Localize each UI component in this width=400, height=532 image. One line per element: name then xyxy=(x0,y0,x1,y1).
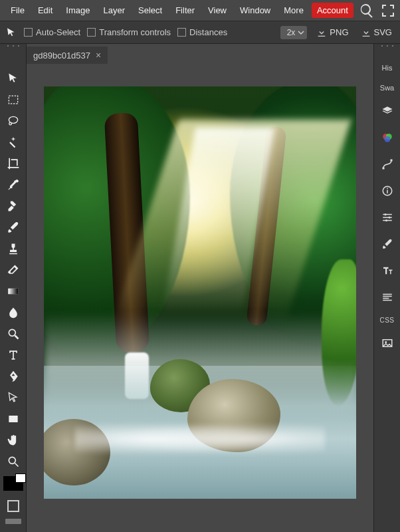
screen-mode-button[interactable] xyxy=(5,519,21,524)
menu-filter[interactable]: Filter xyxy=(169,1,201,19)
svg-point-16 xyxy=(388,217,390,219)
menu-window[interactable]: Window xyxy=(233,1,277,19)
blur-tool[interactable] xyxy=(2,302,25,323)
character-panel-icon[interactable] xyxy=(380,263,395,278)
download-icon xyxy=(316,27,327,38)
svg-point-19 xyxy=(385,341,387,343)
menu-account[interactable]: Account xyxy=(312,3,353,18)
toolbar-grip[interactable] xyxy=(3,45,23,51)
document-tab-bar: gd89bc01d537 × xyxy=(27,44,373,64)
svg-rect-3 xyxy=(8,289,18,294)
css-panel-tab[interactable]: CSS xyxy=(379,317,394,324)
crop-tool[interactable] xyxy=(2,153,25,174)
svg-point-4 xyxy=(9,329,15,336)
path-select-tool[interactable] xyxy=(2,387,25,408)
svg-point-15 xyxy=(384,213,386,215)
pen-tool[interactable] xyxy=(2,366,25,387)
dodge-tool[interactable] xyxy=(2,323,25,344)
move-tool-indicator-icon[interactable] xyxy=(5,27,17,39)
heal-tool[interactable] xyxy=(2,196,25,217)
document-tab[interactable]: gd89bc01d537 × xyxy=(27,47,108,64)
eyedropper-tool[interactable] xyxy=(2,174,25,196)
svg-point-1 xyxy=(9,116,17,123)
move-tool[interactable] xyxy=(2,68,25,89)
menu-layer[interactable]: Layer xyxy=(97,1,132,19)
history-panel-tab[interactable]: His xyxy=(382,64,393,72)
auto-select-checkbox[interactable]: Auto-Select xyxy=(24,27,80,37)
gradient-tool[interactable] xyxy=(2,281,25,302)
channels-icon[interactable] xyxy=(380,130,395,145)
export-svg-button[interactable]: SVG xyxy=(358,26,395,39)
export-png-label: PNG xyxy=(330,27,348,37)
panel-grip[interactable] xyxy=(377,45,397,51)
document-canvas[interactable] xyxy=(44,86,356,499)
rect-select-tool[interactable] xyxy=(2,89,25,110)
chevron-down-icon xyxy=(298,29,304,36)
lasso-tool[interactable] xyxy=(2,110,25,132)
svg-point-6 xyxy=(9,457,15,464)
canvas-area xyxy=(27,64,373,532)
hand-tool[interactable] xyxy=(2,430,25,451)
menu-edit[interactable]: Edit xyxy=(31,1,59,19)
svg-rect-13 xyxy=(387,190,388,194)
svg-point-17 xyxy=(385,219,387,221)
stamp-tool[interactable] xyxy=(2,238,25,259)
right-panel-strip: His Swa CSS xyxy=(373,44,400,532)
distances-checkbox[interactable]: Distances xyxy=(177,27,227,37)
paragraph-panel-icon[interactable] xyxy=(380,290,395,305)
info-icon[interactable] xyxy=(380,184,395,198)
magic-wand-tool[interactable] xyxy=(2,132,25,153)
svg-rect-11 xyxy=(390,160,392,162)
color-swatch[interactable] xyxy=(3,476,23,491)
auto-select-label: Auto-Select xyxy=(36,27,80,37)
transform-controls-checkbox[interactable]: Transform controls xyxy=(87,27,171,37)
svg-rect-14 xyxy=(387,188,388,190)
search-icon[interactable] xyxy=(359,3,375,19)
zoom-tool[interactable] xyxy=(2,451,25,472)
paths-icon[interactable] xyxy=(380,157,395,172)
transform-controls-label: Transform controls xyxy=(99,27,171,37)
brush-panel-icon[interactable] xyxy=(380,237,395,251)
svg-rect-10 xyxy=(382,168,384,170)
left-toolbar xyxy=(0,44,27,532)
zoom-value: 2x xyxy=(287,28,296,37)
download-icon xyxy=(361,27,371,38)
text-tool[interactable] xyxy=(2,344,25,366)
eraser-tool[interactable] xyxy=(2,259,25,281)
tab-close-icon[interactable]: × xyxy=(96,50,101,61)
menu-view[interactable]: View xyxy=(201,1,233,19)
fullscreen-icon[interactable] xyxy=(380,3,396,19)
menu-bar: File Edit Image Layer Select Filter View… xyxy=(0,0,400,21)
zoom-dropdown[interactable]: 2x xyxy=(280,26,308,39)
rectangle-shape-tool[interactable] xyxy=(2,408,25,430)
quick-mask-toggle[interactable] xyxy=(7,500,19,512)
document-tab-title: gd89bc01d537 xyxy=(33,51,90,61)
layers-icon[interactable] xyxy=(380,104,395,118)
options-bar: Auto-Select Transform controls Distances… xyxy=(0,21,400,44)
swatches-panel-tab[interactable]: Swa xyxy=(380,84,394,92)
menu-select[interactable]: Select xyxy=(132,1,169,19)
svg-rect-0 xyxy=(9,96,17,104)
distances-label: Distances xyxy=(189,27,227,37)
menu-file[interactable]: File xyxy=(4,1,31,19)
svg-point-9 xyxy=(384,136,390,142)
adjustments-icon[interactable] xyxy=(380,210,395,225)
menu-image[interactable]: Image xyxy=(59,1,96,19)
brush-tool[interactable] xyxy=(2,217,25,238)
export-png-button[interactable]: PNG xyxy=(314,26,351,39)
export-svg-label: SVG xyxy=(374,27,392,37)
menu-more[interactable]: More xyxy=(277,1,310,19)
svg-rect-5 xyxy=(9,416,17,422)
picture-panel-icon[interactable] xyxy=(380,336,395,350)
